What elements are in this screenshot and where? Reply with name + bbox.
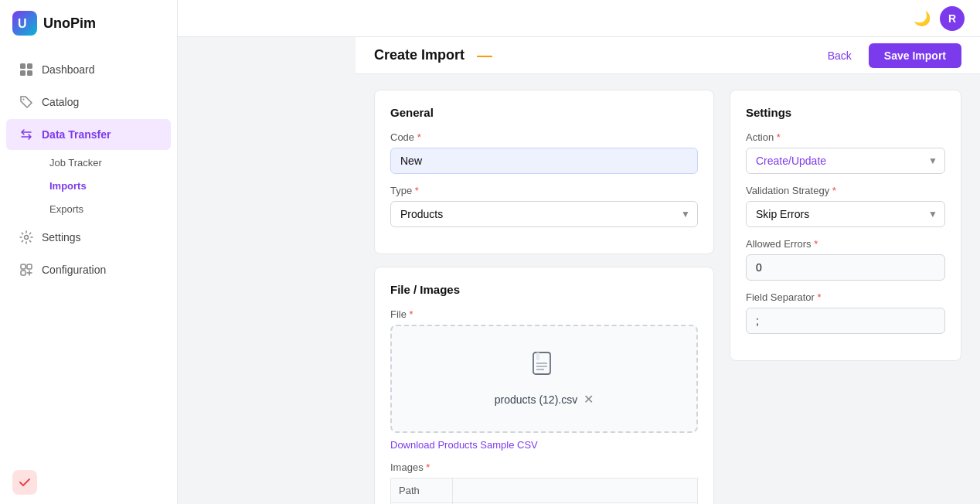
settings-title: Settings [746,106,945,119]
file-icon [530,351,558,384]
download-link[interactable]: Download Products Sample CSV [390,439,538,451]
images-field: Images * Path Path [390,461,698,504]
file-name: products (12).csv [495,393,577,406]
field-separator-field: Field Separator * [746,291,945,334]
sidebar-item-data-transfer[interactable]: Data Transfer [6,119,171,150]
settings-card: Settings Action * Create/Update Delete ▼ [730,90,961,361]
validation-select-wrap: Skip Errors Stop on Error ▼ [746,201,945,227]
save-button[interactable]: Save Import [869,43,961,68]
svg-point-7 [25,236,29,240]
sidebar-item-catalog-label: Catalog [42,96,79,108]
action-field: Action * Create/Update Delete ▼ [746,131,945,174]
header-dash: — [477,46,492,64]
content-header: Create Import — Back Save Import [356,37,980,74]
general-card: General Code * Type * Products Categorie… [374,90,714,254]
file-drop-zone[interactable]: products (12).csv ✕ [390,325,698,433]
tag-icon [19,94,34,110]
sidebar-sub: Job Tracker Imports Exports [0,152,177,220]
validation-select[interactable]: Skip Errors Stop on Error [746,201,945,227]
file-remove-button[interactable]: ✕ [584,392,594,407]
sidebar-item-catalog[interactable]: Catalog [6,87,171,117]
field-separator-label: Field Separator * [746,291,945,303]
sidebar-item-imports[interactable]: Imports [37,175,171,197]
file-label: File * [390,308,698,320]
allowed-errors-input[interactable] [746,254,945,281]
file-name-row: products (12).csv ✕ [495,392,594,407]
field-separator-input[interactable] [746,308,945,334]
sidebar-item-configuration[interactable]: Configuration [6,254,171,285]
sidebar-item-job-tracker-label: Job Tracker [49,157,102,169]
type-select[interactable]: Products Categories Attributes [390,201,698,227]
type-field: Type * Products Categories Attributes ▼ [390,185,698,227]
app-name: UnoPim [43,15,96,32]
sidebar-item-job-tracker[interactable]: Job Tracker [37,152,171,174]
svg-rect-5 [27,70,32,76]
general-title: General [390,106,698,119]
svg-rect-4 [20,70,26,76]
type-label: Type * [390,185,698,196]
svg-text:U: U [18,17,27,30]
sidebar-item-settings[interactable]: Settings [6,222,171,253]
main-column: General Code * Type * Products Categorie… [374,90,714,489]
bottom-icon[interactable] [12,470,37,495]
code-label: Code * [390,131,698,143]
sidebar-item-imports-label: Imports [49,180,87,192]
action-label: Action * [746,131,945,143]
allowed-errors-field: Allowed Errors * [746,238,945,281]
images-label: Images * [390,461,698,473]
svg-rect-8 [21,264,26,269]
sidebar-item-data-transfer-label: Data Transfer [42,128,111,141]
images-table: Path Path [390,478,698,504]
topbar: 🌙 R [356,0,980,37]
file-images-title: File / Images [390,283,698,296]
code-input[interactable] [390,148,698,174]
settings-column: Settings Action * Create/Update Delete ▼ [730,90,961,489]
validation-field: Validation Strategy * Skip Errors Stop o… [746,185,945,227]
validation-label: Validation Strategy * [746,185,945,196]
sidebar-item-dashboard-label: Dashboard [42,63,95,76]
svg-rect-9 [27,264,32,269]
sidebar-item-exports[interactable]: Exports [37,198,171,220]
sidebar-item-dashboard[interactable]: Dashboard [6,54,171,85]
svg-rect-10 [21,271,26,275]
page-title-group: Create Import — [374,46,492,64]
grid-icon [19,62,34,77]
code-field: Code * [390,131,698,174]
page-title: Create Import [374,47,464,63]
sidebar: U UnoPim Dashboard Catalog Data Transfer [0,0,178,504]
svg-rect-2 [20,63,26,69]
sidebar-item-settings-label: Settings [42,231,81,243]
action-select[interactable]: Create/Update Delete [746,148,945,174]
person-icon [19,262,34,278]
svg-rect-12 [536,352,539,360]
avatar[interactable]: R [940,6,965,31]
sidebar-nav: Dashboard Catalog Data Transfer Job Trac… [0,46,177,461]
allowed-errors-label: Allowed Errors * [746,238,945,250]
back-button[interactable]: Back [818,45,861,66]
sidebar-item-exports-label: Exports [49,203,83,215]
logo-icon: U [12,11,37,36]
svg-rect-3 [27,63,32,69]
logo[interactable]: U UnoPim [0,0,177,46]
theme-toggle[interactable]: 🌙 [914,10,931,27]
file-images-card: File / Images File * products (12).csv ✕ [374,267,714,504]
file-field: File * products (12).csv ✕ Download Prod… [390,308,698,451]
main-area: 🌙 R Create Import — Back Save Import Gen… [356,0,980,504]
sidebar-item-configuration-label: Configuration [42,264,106,276]
value-col-header [453,478,698,503]
gear-icon [19,230,34,245]
svg-point-6 [23,99,25,100]
action-select-wrap: Create/Update Delete ▼ [746,148,945,174]
arrows-icon [19,127,34,142]
path-col-header: Path [391,478,453,503]
header-actions: Back Save Import [818,43,961,68]
type-select-wrap: Products Categories Attributes ▼ [390,201,698,227]
content-body: General Code * Type * Products Categorie… [356,74,980,504]
